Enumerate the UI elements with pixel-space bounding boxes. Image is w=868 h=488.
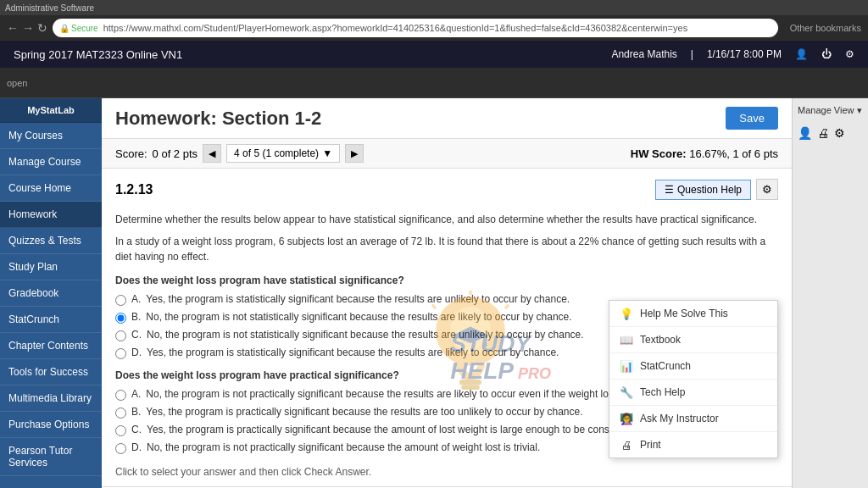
menu-statcrunch-label: StatCrunch — [640, 360, 691, 372]
sidebar-item-managecourse[interactable]: Manage Course — [0, 149, 102, 175]
pract-text-b: Yes, the program is practically signific… — [146, 406, 582, 418]
manage-view-title[interactable]: Manage View ▾ — [798, 105, 863, 116]
bookmarks-label: Other bookmarks — [790, 23, 861, 33]
manage-view-panel: Manage View ▾ 👤 🖨 ⚙ — [792, 98, 868, 488]
toolbar-open[interactable]: open — [7, 78, 27, 88]
pract-text-d: No, the program is not practically signi… — [147, 441, 540, 453]
sidebar-item-toolssuccess[interactable]: Tools for Success — [0, 359, 102, 385]
stat-radio-a[interactable] — [115, 295, 126, 306]
secure-badge: 🔒 Secure — [59, 24, 98, 33]
stat-radio-c[interactable] — [115, 330, 126, 341]
stat-label-b: B. — [131, 311, 141, 323]
pract-label-b: B. — [131, 406, 141, 418]
menu-print-label: Print — [640, 439, 661, 451]
question-id: 1.2.13 — [115, 182, 153, 197]
stat-label-a: A. — [131, 293, 141, 305]
stat-label-c: C. — [131, 329, 142, 341]
pract-radio-a[interactable] — [115, 390, 126, 401]
menu-techhelp[interactable]: 🔧 Tech Help — [609, 380, 777, 406]
manage-view-icons: 👤 🖨 ⚙ — [798, 126, 863, 140]
sidebar-item-multimedia[interactable]: Multimedia Library — [0, 385, 102, 412]
question-help-bar: ☰ Question Help ⚙ — [655, 179, 778, 200]
menu-askinstructor[interactable]: 👩‍🏫 Ask My Instructor — [609, 406, 777, 432]
course-title: Spring 2017 MAT2323 Online VN1 — [14, 48, 182, 61]
print-icon: 🖨 — [620, 438, 633, 452]
top-bar: Spring 2017 MAT2323 Online VN1 Andrea Ma… — [0, 41, 868, 68]
stat-question: Does the weight loss program have statis… — [115, 274, 778, 286]
reload-icon[interactable]: ↻ — [37, 21, 47, 35]
techhelp-icon: 🔧 — [620, 385, 633, 399]
power-icon[interactable]: ⏻ — [821, 48, 832, 60]
separator: | — [691, 48, 693, 60]
sidebar-item-mycourses[interactable]: My Courses — [0, 123, 102, 149]
menu-help-solve[interactable]: 💡 Help Me Solve This — [609, 301, 777, 327]
sidebar-item-coursehome[interactable]: Course Home — [0, 175, 102, 202]
question-help-label: Question Help — [677, 184, 742, 196]
lightbulb-icon: 💡 — [620, 307, 633, 320]
pract-label-d: D. — [131, 441, 142, 453]
pract-radio-c[interactable] — [115, 425, 126, 436]
click-instruction: Click to select your answer and then cli… — [115, 464, 778, 480]
back-icon[interactable]: ← — [7, 21, 19, 35]
stat-radio-d[interactable] — [115, 348, 126, 359]
secure-label: Secure — [71, 24, 98, 33]
sidebar-item-statcrunch[interactable]: StatCrunch — [0, 307, 102, 333]
manage-view-label: Manage View ▾ — [798, 105, 862, 116]
score-value: 0 of 2 pts — [153, 147, 198, 160]
menu-print[interactable]: 🖨 Print — [609, 432, 777, 458]
save-button[interactable]: Save — [726, 107, 778, 130]
pract-label-a: A. — [131, 388, 141, 400]
address-bar[interactable]: 🔒 Secure https://www.mathxl.com/Student/… — [53, 19, 778, 37]
sidebar-item-quizzes[interactable]: Quizzes & Tests — [0, 228, 102, 254]
sidebar-item-gradebook[interactable]: Gradebook — [0, 280, 102, 307]
print-small-icon: 🖨 — [817, 126, 829, 140]
dropdown-arrow: ▼ — [322, 147, 332, 159]
question-text-1: Determine whether the results below appe… — [115, 212, 778, 227]
stat-text-c: No, the program is not statistically sig… — [147, 329, 584, 341]
hw-title: Homework: Section 1-2 — [115, 108, 321, 130]
hw-score: HW Score: 16.67%, 1 of 6 pts — [631, 147, 778, 160]
settings-icon[interactable]: ⚙ — [845, 48, 854, 60]
browser-title: Administrative Software — [5, 3, 94, 13]
sidebar-item-purchase[interactable]: Purchase Options — [0, 412, 102, 438]
stat-text-a: Yes, the program is statistically signif… — [146, 293, 570, 305]
question-area: STUDYHELP PRO 1.2.13 ☰ Question Help ⚙ D… — [102, 169, 792, 488]
toolbar: open — [0, 68, 868, 98]
menu-textbook[interactable]: 📖 Textbook — [609, 327, 777, 353]
url-text: https://www.mathxl.com/Student/PlayerHom… — [103, 23, 687, 33]
score-label: Score: — [115, 147, 147, 160]
stat-text-d: Yes, the program is statistically signif… — [147, 347, 559, 358]
user-icon: 👤 — [795, 48, 808, 60]
content-area: Homework: Section 1-2 Save Score: 0 of 2… — [102, 98, 792, 488]
stat-text-b: No, the program is not statistically sig… — [146, 311, 571, 323]
settings-small-icon: ⚙ — [834, 126, 845, 140]
statcrunch-icon: 📊 — [620, 359, 633, 373]
prev-question-btn[interactable]: ◀ — [203, 144, 221, 163]
pract-radio-b[interactable] — [115, 408, 126, 419]
score-bar: Score: 0 of 2 pts ◀ 4 of 5 (1 complete) … — [102, 139, 792, 169]
gear-button[interactable]: ⚙ — [756, 179, 778, 200]
menu-help-solve-label: Help Me Solve This — [640, 308, 728, 319]
next-question-btn[interactable]: ▶ — [345, 144, 364, 163]
textbook-icon: 📖 — [620, 333, 633, 347]
score-nav: Score: 0 of 2 pts ◀ 4 of 5 (1 complete) … — [115, 144, 364, 163]
menu-askinstructor-label: Ask My Instructor — [640, 413, 719, 424]
menu-statcrunch[interactable]: 📊 StatCrunch — [609, 353, 777, 380]
sidebar-item-studyplan[interactable]: Study Plan — [0, 254, 102, 280]
stat-radio-b[interactable] — [115, 313, 126, 324]
question-dropdown[interactable]: 4 of 5 (1 complete) ▼ — [226, 144, 340, 163]
sidebar-item-chaptercontents[interactable]: Chapter Contents — [0, 333, 102, 359]
nav-position: 4 of 5 (1 complete) — [234, 147, 319, 159]
lock-icon: 🔒 — [59, 24, 70, 33]
forward-icon[interactable]: → — [22, 21, 34, 35]
browser-chrome: Administrative Software — [0, 0, 868, 15]
pract-label-c: C. — [131, 424, 142, 435]
user-name: Andrea Mathis — [611, 48, 676, 60]
sidebar-item-pearsontutor[interactable]: Pearson Tutor Services — [0, 438, 102, 476]
question-help-btn[interactable]: ☰ Question Help — [655, 180, 751, 200]
pract-radio-d[interactable] — [115, 443, 126, 454]
browser-nav[interactable]: ← → ↻ — [7, 21, 47, 35]
sidebar-item-homework[interactable]: Homework — [0, 202, 102, 228]
sidebar-header: MyStatLab — [0, 98, 102, 123]
browser-bar: ← → ↻ 🔒 Secure https://www.mathxl.com/St… — [0, 15, 868, 41]
